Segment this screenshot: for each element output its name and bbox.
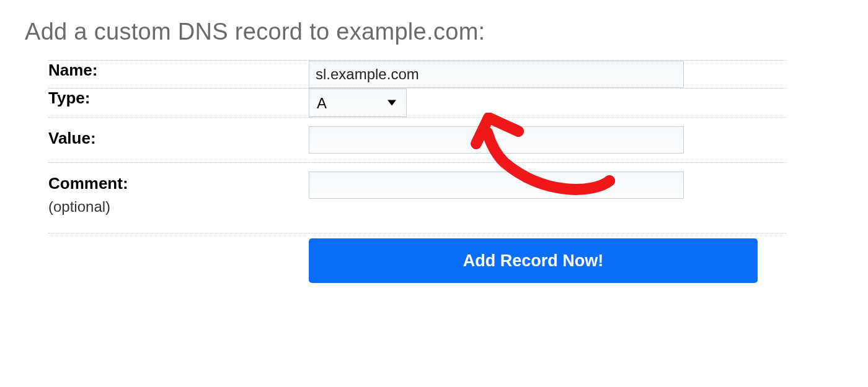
page-heading: Add a custom DNS record to example.com: bbox=[25, 19, 843, 45]
name-input[interactable] bbox=[309, 61, 684, 88]
value-label: Value: bbox=[48, 129, 309, 148]
add-record-button[interactable]: Add Record Now! bbox=[309, 238, 758, 283]
dns-record-form: Name: Type: A Value: bbox=[48, 60, 786, 283]
type-select[interactable]: A bbox=[309, 89, 406, 116]
comment-label: Comment: bbox=[48, 174, 309, 193]
type-label: Type: bbox=[48, 89, 309, 108]
comment-input[interactable] bbox=[309, 172, 684, 199]
name-label: Name: bbox=[48, 61, 309, 80]
comment-optional-note: (optional) bbox=[48, 198, 309, 215]
value-input[interactable] bbox=[309, 126, 684, 154]
